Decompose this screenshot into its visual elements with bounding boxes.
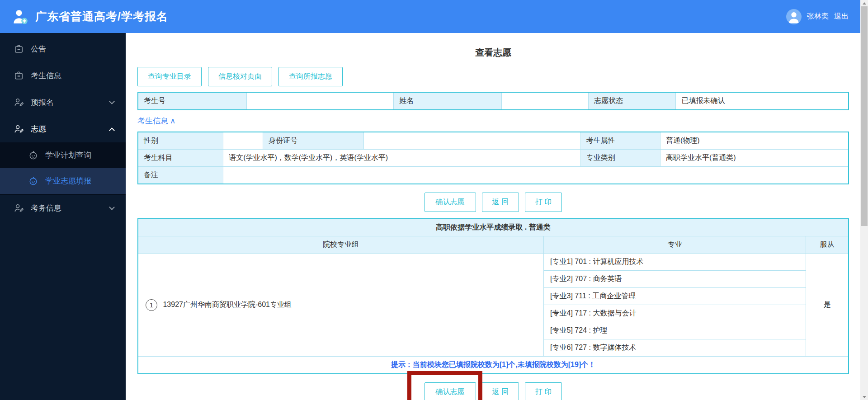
sidebar-item-label: 考生信息 (31, 71, 61, 81)
app-title: 广东省普通高考/学考报名 (35, 9, 168, 24)
sidebar-item-label: 学业计划查询 (45, 150, 91, 160)
app-window: 广东省普通高考/学考报名 张林奕 退出 (0, 0, 868, 400)
major-item: [专业5] 724 : 护理 (544, 322, 806, 339)
sidebar-item-announcements[interactable]: 公告 (0, 36, 126, 62)
exam-no-value (247, 92, 394, 110)
status-label: 志愿状态 (589, 92, 676, 110)
sidebar-item-label: 志愿 (31, 124, 46, 134)
tip-text: 提示：当前模块您已填报院校数为[1]个,未填报院校数为[19]个！ (138, 357, 849, 374)
category-label: 专业类别 (580, 150, 660, 167)
sidebar: 公告 考生信息 (0, 33, 126, 400)
sidebar-item-academic-volunteer-filling[interactable]: 学业志愿填报 (0, 168, 126, 194)
sidebar-item-candidate-info[interactable]: 考生信息 (0, 62, 126, 89)
table-row: 考生科目 语文(学业水平)，数学(学业水平)，英语(学业水平) 专业类别 高职学… (138, 150, 849, 167)
table-row: 1 13927广州华南商贸职业学院-601专业组 [专业1] 701 : 计算机… (138, 254, 849, 271)
user-edit-icon (14, 97, 24, 108)
major-item: [专业2] 707 : 商务英语 (544, 271, 806, 288)
candidate-attr-value: 普通(物理) (660, 132, 849, 150)
volunteer-table: 高职依据学业水平成绩录取 . 普通类 院校专业组 专业 服从 1 13927广州… (137, 218, 849, 374)
volunteer-table-title: 高职依据学业水平成绩录取 . 普通类 (138, 219, 849, 236)
volunteer-submenu: 学业计划查询 学业志愿填报 (0, 142, 126, 195)
table-row: 备注 (138, 167, 849, 184)
name-label: 姓名 (394, 92, 502, 110)
sidebar-item-volunteer[interactable]: 志愿 (0, 116, 126, 142)
remark-value (223, 167, 849, 184)
baby-face-icon (28, 176, 38, 186)
table-header-row: 院校专业组 专业 服从 (138, 236, 849, 254)
caret-up-icon: ∧ (170, 116, 175, 126)
group-index-badge: 1 (146, 299, 157, 311)
user-edit-icon (14, 203, 24, 213)
back-button[interactable]: 返 回 (482, 193, 519, 212)
main-content: 查看志愿 查询专业目录 信息核对页面 查询所报志愿 考生号 姓名 (126, 33, 860, 400)
scrollbar-thumb[interactable] (861, 6, 868, 226)
confirm-volunteer-button[interactable]: 确认志愿 (425, 193, 476, 212)
sidebar-item-academic-plan-query[interactable]: 学业计划查询 (0, 142, 126, 168)
print-button-bottom[interactable]: 打 印 (525, 382, 562, 400)
baby-face-icon (28, 150, 38, 160)
badge-icon (14, 44, 24, 54)
major-item: [专业3] 711 : 工商企业管理 (544, 288, 806, 305)
bottom-action-bar: 确认志愿 返 回 打 印 (137, 382, 849, 400)
scrollbar-up-arrow[interactable] (860, 0, 868, 6)
middle-action-bar: 确认志愿 返 回 打 印 (137, 193, 849, 212)
name-value (502, 92, 589, 110)
chevron-down-icon (109, 99, 115, 104)
college-group-cell: 1 13927广州华南商贸职业学院-601专业组 (138, 254, 544, 357)
query-major-catalog-button[interactable]: 查询专业目录 (137, 67, 202, 86)
sidebar-item-label: 预报名 (31, 97, 54, 108)
id-number-value (364, 132, 580, 150)
sidebar-item-pre-registration[interactable]: 预报名 (0, 89, 126, 116)
sidebar-item-label: 学业志愿填报 (45, 176, 91, 186)
exam-no-label: 考生号 (138, 92, 247, 110)
table-row: 高职依据学业水平成绩录取 . 普通类 (138, 219, 849, 236)
gender-value (223, 132, 263, 150)
id-number-label: 身份证号 (263, 132, 364, 150)
sidebar-item-label: 考务信息 (31, 203, 61, 213)
obey-value: 是 (806, 254, 849, 357)
major-item: [专业6] 727 : 数字媒体技术 (544, 339, 806, 357)
table-row: 性别 身份证号 考生属性 普通(物理) (138, 132, 849, 150)
user-edit-icon (14, 124, 24, 134)
col-header-group: 院校专业组 (138, 236, 544, 254)
col-header-major: 专业 (544, 236, 806, 254)
user-name: 张林奕 (807, 12, 829, 21)
candidate-info-link-label: 考生信息 (137, 116, 168, 126)
subjects-label: 考生科目 (138, 150, 223, 167)
candidate-attr-label: 考生属性 (580, 132, 660, 150)
candidate-info-table: 性别 身份证号 考生属性 普通(物理) 考生科目 语文(学业水平)，数学(学业水… (137, 132, 849, 184)
vertical-scrollbar[interactable] (860, 0, 868, 400)
back-button-bottom[interactable]: 返 回 (482, 382, 519, 400)
user-add-icon (12, 8, 30, 26)
table-row: 提示：当前模块您已填报院校数为[1]个,未填报院校数为[19]个！ (138, 357, 849, 374)
logout-button[interactable]: 退出 (834, 12, 849, 21)
major-item: [专业4] 717 : 大数据与会计 (544, 305, 806, 322)
status-badge: 已填报未确认 (676, 92, 849, 110)
sidebar-item-label: 公告 (31, 44, 46, 54)
user-avatar (786, 9, 802, 24)
candidate-summary-table: 考生号 姓名 志愿状态 已填报未确认 (137, 92, 849, 110)
subjects-value: 语文(学业水平)，数学(学业水平)，英语(学业水平) (223, 150, 581, 167)
category-value: 高职学业水平(普通类) (660, 150, 849, 167)
chevron-up-icon (109, 127, 115, 133)
query-submitted-volunteer-button[interactable]: 查询所报志愿 (278, 67, 343, 86)
top-header: 广东省普通高考/学考报名 张林奕 退出 (0, 0, 860, 33)
chevron-down-icon (109, 204, 115, 210)
scrollbar-down-arrow[interactable] (860, 394, 868, 400)
table-row: 考生号 姓名 志愿状态 已填报未确认 (138, 92, 849, 110)
college-group-name: 13927广州华南商贸职业学院-601专业组 (163, 301, 292, 308)
badge-icon (14, 71, 24, 81)
toolbar: 查询专业目录 信息核对页面 查询所报志愿 (137, 67, 849, 86)
remark-label: 备注 (138, 167, 223, 184)
page-title: 查看志愿 (137, 47, 849, 59)
major-item: [专业1] 701 : 计算机应用技术 (544, 254, 806, 271)
gender-label: 性别 (138, 132, 223, 150)
confirm-volunteer-button-bottom[interactable]: 确认志愿 (425, 382, 476, 400)
col-header-obey: 服从 (806, 236, 849, 254)
info-check-page-button[interactable]: 信息核对页面 (208, 67, 272, 86)
print-button[interactable]: 打 印 (525, 193, 562, 212)
sidebar-item-exam-affairs[interactable]: 考务信息 (0, 195, 126, 221)
candidate-info-collapse-link[interactable]: 考生信息∧ (137, 116, 175, 126)
